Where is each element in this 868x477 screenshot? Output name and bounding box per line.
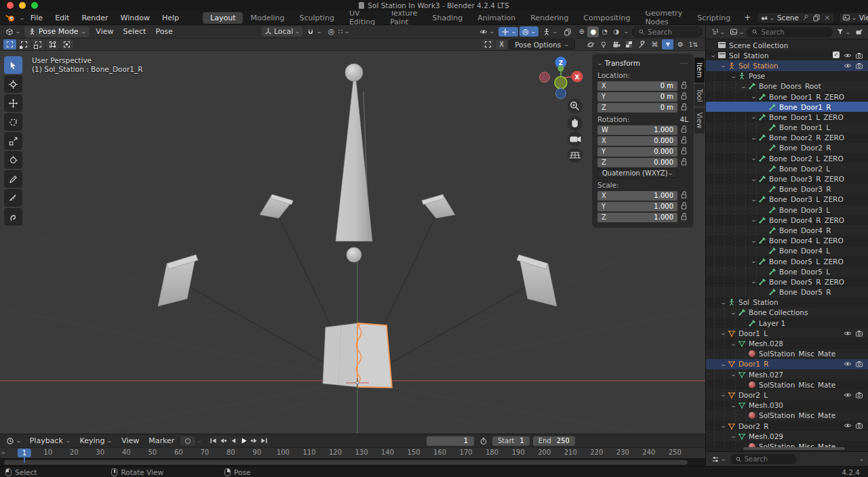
previous-keyframe-button[interactable]: [218, 436, 229, 446]
hide-in-viewport-toggle[interactable]: [844, 329, 852, 337]
outliner-row-door1-l[interactable]: ⌄Door1_L: [706, 328, 868, 338]
outliner-row-bone-door3-l-zero[interactable]: ⌄Bone_Door3_L_ZERO: [706, 194, 868, 205]
light-icon[interactable]: [597, 39, 609, 49]
blender-logo-icon[interactable]: [5, 13, 16, 23]
outliner-row-solstation-misc-mate[interactable]: SolStation_Misc_Mate: [706, 411, 868, 421]
scale-z-field[interactable]: Z1.000: [597, 213, 677, 222]
material-shading-button[interactable]: ◔: [599, 26, 610, 37]
xray-pose-dropdown[interactable]: ⌄: [540, 27, 560, 37]
workspace-tab-compositing[interactable]: Compositing: [576, 12, 637, 24]
tower-base-sphere-mesh[interactable]: [347, 247, 361, 262]
tool-measure[interactable]: [4, 189, 22, 207]
disable-in-renders-toggle[interactable]: [855, 51, 863, 60]
show-gizmo-dropdown[interactable]: ⌄: [477, 27, 497, 37]
outliner-row-bone-door5-l-zero[interactable]: ⌄Bone_Door5_L_ZERO: [706, 256, 868, 266]
outliner-row-bone-door3-r-zero[interactable]: ⌄Bone_Door3_R_ZERO: [706, 173, 868, 184]
outliner-row-bone-door2-l[interactable]: Bone_Door2_L: [706, 163, 868, 173]
mirror-transform-button[interactable]: [481, 39, 494, 49]
properties-editor-type-button[interactable]: ⌄: [710, 455, 727, 463]
outliner-display-mode-button[interactable]: ⌄: [728, 28, 745, 36]
sidebar-tab-tool[interactable]: Tool: [694, 84, 705, 106]
rotation-mode-dropdown[interactable]: Quaternion (WXYZ)⌄: [597, 169, 677, 178]
expand-chevron-icon[interactable]: ⌄: [747, 196, 761, 203]
outliner-row-pose[interactable]: ⌄Pose: [706, 71, 868, 81]
scale-y-field[interactable]: Y1.000: [597, 202, 677, 211]
outliner-editor-type-button[interactable]: ⌄: [709, 28, 726, 36]
outliner-hscroll-thumb[interactable]: [743, 447, 845, 450]
expand-chevron-icon[interactable]: ⌄: [747, 278, 761, 285]
expand-chevron-icon[interactable]: ⌄: [747, 155, 761, 161]
expand-chevron-icon[interactable]: ⌄: [717, 423, 730, 429]
outliner-row-mesh-029[interactable]: ⌄Mesh.029: [706, 431, 868, 441]
rotation-x-field[interactable]: X0.000: [597, 136, 677, 146]
blender-menu-chevron-icon[interactable]: ⌄: [19, 15, 25, 21]
select-mode-new[interactable]: [3, 39, 16, 49]
rotation-w-lock-icon[interactable]: [679, 125, 688, 136]
timeline-ruler[interactable]: » 11020304050607080901001101201301401501…: [0, 447, 705, 458]
solid-shading-button[interactable]: ●: [587, 26, 599, 37]
gizmo-negative-z-axis[interactable]: [556, 89, 566, 99]
disable-in-renders-toggle[interactable]: [855, 329, 863, 337]
auto-key-chevron-icon[interactable]: ⌄: [196, 438, 202, 444]
sort-icon[interactable]: 1⇅: [688, 39, 699, 49]
expand-chevron-icon[interactable]: ⌄: [747, 94, 761, 100]
outliner-row-bone-collections[interactable]: ⌄Bone Collections: [706, 308, 868, 318]
frame-start-field[interactable]: Start 1: [492, 436, 530, 446]
outliner-row-bone-door1-r-zero[interactable]: ⌄Bone_Door1_R_ZERO: [706, 91, 868, 102]
hide-in-viewport-toggle[interactable]: [844, 391, 852, 399]
outliner-row-bone-door2-l-zero[interactable]: ⌄Bone_Door2_L_ZERO: [706, 153, 868, 163]
disable-in-renders-toggle[interactable]: [855, 391, 863, 399]
outliner-row-sol-station[interactable]: ⌄Sol_Station: [706, 297, 868, 308]
workspace-tab-scripting[interactable]: Scripting: [690, 12, 738, 24]
panel-grip-icon[interactable]: ┄┄: [680, 60, 688, 66]
rotation-x-lock-icon[interactable]: [679, 136, 688, 146]
outliner-row-solstation-misc-mate[interactable]: SolStation_Misc_Mate: [706, 349, 868, 359]
ruler-expand-icon[interactable]: »: [1, 449, 5, 456]
workspace-tab-rendering[interactable]: Rendering: [523, 12, 576, 24]
delete-scene-icon[interactable]: ✕: [823, 14, 831, 22]
outliner-row-bone-door4-l[interactable]: Bone_Door4_L: [706, 246, 868, 256]
gear-icon[interactable]: ⚙: [675, 39, 686, 49]
tool-transform[interactable]: [4, 151, 22, 169]
scale-y-lock-icon[interactable]: [679, 201, 688, 212]
pose-options-dropdown[interactable]: Pose Options ⌄: [509, 39, 575, 49]
viewport-menu-view[interactable]: View: [91, 27, 118, 36]
timeline-scroll-thumb[interactable]: [4, 460, 688, 465]
outliner-row-door2-r[interactable]: ⌄Door2_R: [706, 421, 868, 431]
sidebar-tab-item[interactable]: Item: [694, 58, 705, 83]
camera-view-button[interactable]: [568, 131, 583, 146]
tool-move[interactable]: [4, 94, 22, 112]
play-reverse-button[interactable]: [229, 436, 239, 446]
rotation-z-lock-icon[interactable]: [679, 157, 688, 168]
outliner-row-bone-door1-r[interactable]: Bone_Door1_R: [706, 102, 868, 112]
timeline-scrollbar[interactable]: [0, 458, 705, 466]
filter-icon[interactable]: [662, 39, 673, 49]
hide-in-viewport-toggle[interactable]: [844, 51, 852, 60]
expand-chevron-icon[interactable]: ⌄: [727, 73, 741, 79]
nodes-icon[interactable]: ⌘: [649, 39, 660, 49]
next-keyframe-button[interactable]: [249, 436, 259, 446]
scale-x-field[interactable]: X1.000: [597, 191, 677, 201]
wireframe-shading-button[interactable]: ⊕: [576, 26, 587, 37]
scene-selector[interactable]: ⌄ Scene ✕: [757, 12, 835, 24]
expand-chevron-icon[interactable]: ⌄: [747, 114, 761, 120]
expand-chevron-icon[interactable]: ⌄: [717, 330, 730, 336]
outliner-row-mesh-030[interactable]: ⌄Mesh.030: [706, 400, 868, 411]
current-frame-indicator[interactable]: 1: [18, 449, 31, 457]
outliner-row-bone-door5-r[interactable]: Bone_Door5_R: [706, 287, 868, 297]
outliner-row-mesh-027[interactable]: ⌄Mesh.027: [706, 369, 868, 379]
proportional-editing-button[interactable]: ◎∷⌄: [326, 26, 352, 37]
outliner-filter-button[interactable]: ⌄: [835, 28, 852, 36]
workspace-tab-animation[interactable]: Animation: [470, 12, 523, 24]
expand-chevron-icon[interactable]: ⌄: [717, 299, 730, 306]
tool-annotate[interactable]: [4, 170, 22, 188]
location-z-field[interactable]: Z0 m: [597, 103, 677, 112]
gizmo-negative-x-axis[interactable]: [540, 72, 550, 83]
workspace-tab-sculpting[interactable]: Sculpting: [292, 12, 342, 24]
outliner-row-solstation-misc-mate[interactable]: SolStation_Misc_Mate: [706, 379, 868, 390]
location-z-lock-icon[interactable]: [679, 102, 688, 113]
disable-in-renders-toggle[interactable]: [855, 62, 863, 70]
viewport-search-input[interactable]: [648, 28, 695, 36]
navigation-gizmo[interactable]: Z X: [540, 57, 583, 99]
new-collection-button[interactable]: [854, 28, 865, 36]
